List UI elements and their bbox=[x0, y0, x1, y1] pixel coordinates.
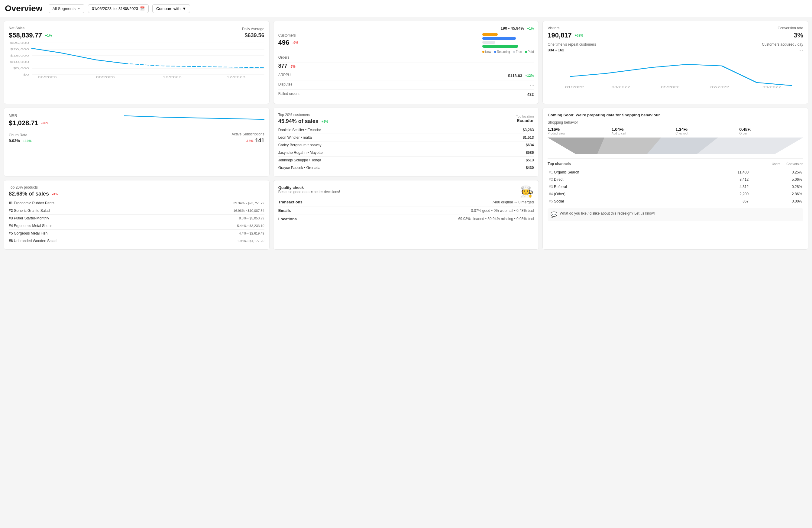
list-item: #3 Putler Starter-Monthly8.5% • $5,053.9… bbox=[9, 215, 264, 222]
locations-row: Locations 69.03% cleaned • 30.94% missin… bbox=[278, 215, 534, 223]
feedback-box[interactable]: 💬 What do you like / dislike about this … bbox=[548, 208, 803, 221]
funnel-chart bbox=[548, 138, 803, 154]
list-item: Carley Bergnaum • norway$634 bbox=[278, 141, 534, 149]
coming-soon-card: Coming Soon: We're preparing data for Sh… bbox=[542, 108, 808, 249]
list-item: #6 Unbranded Wooden Salad1.98% • $1,177.… bbox=[9, 237, 264, 244]
mrr-label: MRR bbox=[9, 114, 49, 118]
calendar-icon: 📅 bbox=[140, 6, 145, 11]
list-item: #1 Ergonomic Rubber Pants39.94% • $23,75… bbox=[9, 199, 264, 207]
top-customers-card: Top 20% customers 45.94% of sales +5% To… bbox=[273, 108, 539, 176]
orders-row: Orders bbox=[278, 54, 534, 63]
svg-text:$5,000: $5,000 bbox=[13, 67, 29, 70]
list-item: Jennings Schuppe • Tonga$513 bbox=[278, 157, 534, 164]
disputes-row: Disputes - - bbox=[278, 81, 534, 90]
list-item: #2 Generic Granite Salad16.96% • $10,087… bbox=[9, 207, 264, 215]
customers-value: 496 bbox=[278, 39, 290, 46]
svg-text:06/2023: 06/2023 bbox=[38, 75, 57, 79]
segments-dropdown[interactable]: All Segments ▼ bbox=[49, 4, 85, 13]
chat-icon: 💬 bbox=[551, 211, 557, 218]
bar-legend: New Returning Free Paid bbox=[482, 50, 534, 54]
channel-row: #3 Referral4,3120.28% bbox=[548, 184, 803, 190]
mrr-chart bbox=[124, 113, 264, 128]
daily-avg-label: Daily Average bbox=[242, 27, 264, 31]
top-products-card: Top 20% products 82.68% of sales -3% #1 … bbox=[4, 180, 270, 249]
daily-avg-value: $639.56 bbox=[242, 32, 264, 39]
top-products-list: #1 Ergonomic Rubber Pants39.94% • $23,75… bbox=[9, 199, 264, 244]
svg-text:$0: $0 bbox=[23, 73, 29, 76]
mrr-card: MRR $1,028.71 -26% Churn Rate 9.03% +19% bbox=[4, 108, 270, 176]
bar-new bbox=[482, 33, 498, 36]
emails-row: Emails 0.07% good • 0% webmail • 0.48% b… bbox=[278, 206, 534, 215]
svg-text:$10,000: $10,000 bbox=[10, 60, 29, 63]
quality-icon: 🧑‍🍳 bbox=[520, 185, 534, 198]
list-item: Jacynthe Rogahn • Mayotte$586 bbox=[278, 149, 534, 157]
customers-top-right-badge: +1% bbox=[527, 27, 534, 30]
customers-card: Customers 496 -9% 190 • 45.94% +1% bbox=[273, 21, 539, 104]
channels-table: #1 Organic Search11,4000.25%#2 Direct8,4… bbox=[548, 168, 803, 205]
list-item: #4 Ergonomic Metal Shoes5.44% • $3,233.1… bbox=[9, 222, 264, 230]
list-item: #5 Gorgeous Metal Fish4.4% • $2,619.49 bbox=[9, 230, 264, 237]
net-sales-card: Net Sales $58,839.77 +1% Daily Average $… bbox=[4, 21, 270, 104]
dashboard: Net Sales $58,839.77 +1% Daily Average $… bbox=[0, 17, 812, 253]
list-item: Leon Windler • malta$1,513 bbox=[278, 134, 534, 141]
channel-row: #4 (Other)2,2092.86% bbox=[548, 191, 803, 197]
list-item: Grayce Paucek • Grenada$430 bbox=[278, 164, 534, 171]
bar-free bbox=[482, 41, 495, 44]
compare-with-button[interactable]: Compare with ▼ bbox=[152, 4, 190, 13]
funnel-step: 1.04%Add to cart bbox=[612, 127, 676, 135]
failed-orders-row: Failed orders 432 bbox=[278, 90, 534, 99]
svg-text:08/2023: 08/2023 bbox=[96, 75, 115, 79]
transactions-row: Transactions 7488 original → 0 merged bbox=[278, 198, 534, 206]
svg-text:01/2022: 01/2022 bbox=[565, 86, 584, 88]
svg-text:$15,000: $15,000 bbox=[10, 54, 29, 57]
net-sales-chart: $25,000 $20,000 $15,000 $10,000 $5,000 $… bbox=[9, 39, 264, 79]
visitors-chart: 01/2022 03/2022 05/2022 07/2022 09/2022 bbox=[548, 52, 803, 91]
customers-top-right: 190 • 45.94% bbox=[501, 26, 524, 30]
quality-card: Quality check Because good data = better… bbox=[273, 180, 539, 249]
chevron-down-icon: ▼ bbox=[182, 6, 186, 11]
svg-text:05/2022: 05/2022 bbox=[661, 86, 680, 88]
visitors-label: Visitors bbox=[548, 26, 583, 30]
funnel-step: 0.48%Order bbox=[739, 127, 803, 135]
orders-value-row: 877 -7% bbox=[278, 63, 534, 69]
channel-row: #5 Social8670.00% bbox=[548, 198, 803, 204]
bar-paid bbox=[482, 45, 518, 48]
channel-row: #2 Direct8,4125.06% bbox=[548, 176, 803, 183]
arppu-row: ARPPU $118.63 +12% bbox=[278, 71, 534, 81]
customer-bars bbox=[482, 33, 534, 48]
funnel-step: 1.34%Checkout bbox=[676, 127, 739, 135]
svg-text:09/2022: 09/2022 bbox=[763, 86, 781, 88]
net-sales-badge: +1% bbox=[45, 33, 52, 37]
top-customers-list: Danielle Schiller • Ecuador$3,263Leon Wi… bbox=[278, 126, 534, 171]
funnel-step: 1.16%Product view bbox=[548, 127, 611, 135]
bar-returning bbox=[482, 37, 516, 40]
mrr-value: $1,028.71 bbox=[9, 119, 38, 127]
net-sales-label: Net Sales bbox=[9, 26, 52, 30]
svg-marker-24 bbox=[548, 138, 604, 154]
date-range-button[interactable]: 01/06/2023 to 31/08/2023 📅 bbox=[88, 4, 149, 13]
page-title: Overview bbox=[5, 4, 43, 13]
svg-text:07/2022: 07/2022 bbox=[710, 86, 729, 88]
shopping-funnel: 1.16%Product view1.04%Add to cart1.34%Ch… bbox=[548, 127, 803, 135]
visitors-value: 190,817 bbox=[548, 31, 572, 39]
visitors-card: Visitors 190,817 +32% Conversion rate 3%… bbox=[542, 21, 808, 104]
net-sales-value: $58,839.77 bbox=[9, 31, 42, 39]
subscriptions-label: Active Subscriptions bbox=[232, 132, 264, 136]
svg-text:$25,000: $25,000 bbox=[10, 41, 29, 44]
svg-text:10/2023: 10/2023 bbox=[163, 75, 182, 79]
quality-header: Quality check Because good data = better… bbox=[278, 185, 534, 198]
list-item: Danielle Schiller • Ecuador$3,263 bbox=[278, 126, 534, 134]
svg-text:12/2023: 12/2023 bbox=[227, 75, 246, 79]
customers-badge: -9% bbox=[292, 41, 298, 44]
churn-label: Churn Rate bbox=[9, 133, 31, 137]
svg-text:$20,000: $20,000 bbox=[10, 48, 29, 51]
chevron-down-icon: ▼ bbox=[77, 7, 81, 10]
customers-label: Customers bbox=[278, 33, 298, 38]
channel-row: #1 Organic Search11,4000.25% bbox=[548, 169, 803, 175]
svg-text:03/2022: 03/2022 bbox=[612, 86, 630, 88]
header: Overview All Segments ▼ 01/06/2023 to 31… bbox=[0, 0, 812, 17]
